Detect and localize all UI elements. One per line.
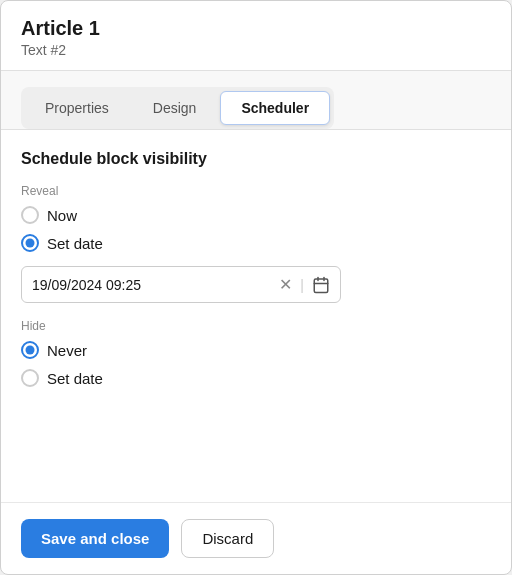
hide-setdate-radio[interactable] xyxy=(21,369,39,387)
icon-divider: | xyxy=(300,277,304,293)
hide-setdate-label: Set date xyxy=(47,370,103,387)
reveal-now-item[interactable]: Now xyxy=(21,206,491,224)
hide-setdate-item[interactable]: Set date xyxy=(21,369,491,387)
hide-radio-group: Never Set date xyxy=(21,341,491,387)
tab-scheduler[interactable]: Scheduler xyxy=(220,91,330,125)
section-title: Schedule block visibility xyxy=(21,150,491,168)
tabs-container: Properties Design Scheduler xyxy=(1,71,511,130)
reveal-now-label: Now xyxy=(47,207,77,224)
tab-properties[interactable]: Properties xyxy=(25,91,129,125)
calendar-icon xyxy=(312,276,330,294)
reveal-label: Reveal xyxy=(21,184,491,198)
date-input-wrapper[interactable]: 19/09/2024 09:25 ✕ | xyxy=(21,266,341,303)
hide-never-label: Never xyxy=(47,342,87,359)
panel-subtitle: Text #2 xyxy=(21,42,491,58)
save-and-close-button[interactable]: Save and close xyxy=(21,519,169,558)
date-input-value: 19/09/2024 09:25 xyxy=(32,277,279,293)
reveal-radio-group: Now Set date xyxy=(21,206,491,252)
reveal-setdate-label: Set date xyxy=(47,235,103,252)
reveal-now-radio[interactable] xyxy=(21,206,39,224)
hide-never-radio[interactable] xyxy=(21,341,39,359)
hide-never-item[interactable]: Never xyxy=(21,341,491,359)
discard-button[interactable]: Discard xyxy=(181,519,274,558)
footer: Save and close Discard xyxy=(1,502,511,574)
calendar-button[interactable] xyxy=(312,276,330,294)
date-input-icons: ✕ | xyxy=(279,275,330,294)
panel: Article 1 Text #2 Properties Design Sche… xyxy=(0,0,512,575)
clear-date-button[interactable]: ✕ xyxy=(279,275,292,294)
tabs: Properties Design Scheduler xyxy=(21,87,334,129)
panel-title: Article 1 xyxy=(21,17,491,40)
panel-header: Article 1 Text #2 xyxy=(1,1,511,71)
reveal-setdate-radio[interactable] xyxy=(21,234,39,252)
svg-rect-0 xyxy=(314,279,328,293)
hide-label: Hide xyxy=(21,319,491,333)
tab-design[interactable]: Design xyxy=(133,91,217,125)
scheduler-content: Schedule block visibility Reveal Now Set… xyxy=(1,130,511,502)
reveal-setdate-item[interactable]: Set date xyxy=(21,234,491,252)
